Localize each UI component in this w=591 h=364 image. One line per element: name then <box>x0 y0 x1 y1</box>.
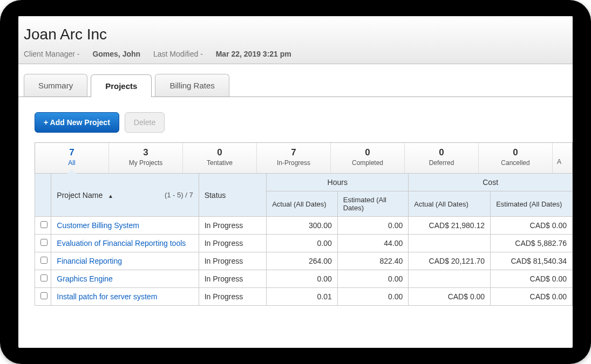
cell-cost-actual <box>409 235 491 252</box>
col-hours-actual[interactable]: Actual (All Dates) <box>267 191 338 217</box>
tab-body: + Add New Project Delete 7 All 3 My Proj… <box>18 97 573 306</box>
add-project-button[interactable]: + Add New Project <box>35 112 119 133</box>
action-row: + Add New Project Delete <box>35 112 573 133</box>
col-group-cost: Cost <box>409 174 573 191</box>
tablet-frame: Joan Arc Inc Client Manager - Gomes, Joh… <box>0 0 591 364</box>
client-manager-label: Client Manager - <box>24 50 80 58</box>
row-checkbox[interactable] <box>40 292 47 299</box>
screen: Joan Arc Inc Client Manager - Gomes, Joh… <box>18 16 573 348</box>
col-label: Project Name <box>57 191 103 200</box>
filter-count: 0 <box>407 147 476 158</box>
filter-overflow[interactable]: A <box>553 143 572 173</box>
table-row: Evaluation of Financial Reporting tools … <box>35 235 573 252</box>
filter-label: My Projects <box>111 159 180 167</box>
cell-cost-est: CAD$ 81,540.34 <box>491 252 573 270</box>
cell-hours-actual: 0.01 <box>267 288 338 306</box>
last-modified-value: Mar 22, 2019 3:21 pm <box>216 50 291 58</box>
project-link[interactable]: Install patch for server system <box>57 292 157 301</box>
cell-hours-actual: 300.00 <box>267 217 338 235</box>
row-checkbox[interactable] <box>40 221 47 228</box>
row-checkbox[interactable] <box>40 239 47 246</box>
filter-deferred[interactable]: 0 Deferred <box>405 143 479 173</box>
filter-tentative[interactable]: 0 Tentative <box>183 143 257 173</box>
cell-hours-est: 822.40 <box>337 252 409 270</box>
sort-asc-icon: ▲ <box>108 193 113 199</box>
cell-cost-est: CAD$ 0.00 <box>491 217 573 235</box>
project-link[interactable]: Customer Billing System <box>57 221 139 230</box>
filter-bar: 7 All 3 My Projects 0 Tentative 7 In-Pro… <box>35 142 573 173</box>
tab-billing-rates[interactable]: Billing Rates <box>155 74 229 97</box>
page-meta: Client Manager - Gomes, John Last Modifi… <box>24 50 567 58</box>
filter-label: Cancelled <box>481 159 550 167</box>
tabs: Summary Projects Billing Rates <box>18 64 573 97</box>
col-group-hours: Hours <box>267 174 409 191</box>
cell-hours-est: 0.00 <box>337 217 409 235</box>
cell-cost-est: CAD$ 0.00 <box>491 270 573 288</box>
filter-my-projects[interactable]: 3 My Projects <box>109 143 183 173</box>
cell-cost-est: CAD$ 5,882.76 <box>491 235 573 252</box>
project-link[interactable]: Evaluation of Financial Reporting tools <box>57 239 186 248</box>
cell-status: In Progress <box>199 270 267 288</box>
cell-hours-actual: 0.00 <box>267 270 338 288</box>
filter-count: 0 <box>185 147 254 158</box>
filter-all[interactable]: 7 All <box>35 143 109 173</box>
filter-count: 0 <box>333 147 402 158</box>
cell-hours-est: 44.00 <box>337 235 409 252</box>
page-title: Joan Arc Inc <box>24 26 567 43</box>
filter-label: All <box>37 159 106 167</box>
filter-label: In-Progress <box>259 159 328 167</box>
filter-label: Completed <box>333 159 402 167</box>
cell-cost-actual: CAD$ 0.00 <box>409 288 491 306</box>
last-modified-label: Last Modified - <box>153 50 203 58</box>
row-checkbox[interactable] <box>40 274 47 281</box>
tab-summary[interactable]: Summary <box>24 74 87 97</box>
client-manager-value: Gomes, John <box>92 50 140 58</box>
project-link[interactable]: Graphics Engine <box>57 274 113 283</box>
filter-label: Tentative <box>185 159 254 167</box>
col-project-name[interactable]: Project Name ▲ (1 - 5) / 7 <box>51 174 199 217</box>
table-row: Graphics Engine In Progress 0.00 0.00 CA… <box>35 270 573 288</box>
cell-hours-est: 0.00 <box>337 288 409 306</box>
filter-count: 7 <box>259 147 328 158</box>
col-cost-actual[interactable]: Actual (All Dates) <box>409 191 491 217</box>
cell-status: In Progress <box>199 217 267 235</box>
col-check <box>35 174 51 217</box>
cell-cost-actual: CAD$ 20,121.70 <box>409 252 491 270</box>
page-header: Joan Arc Inc Client Manager - Gomes, Joh… <box>18 16 573 64</box>
cell-status: In Progress <box>199 252 267 270</box>
filter-count: 7 <box>37 147 106 158</box>
delete-button[interactable]: Delete <box>125 112 165 133</box>
table-row: Financial Reporting In Progress 264.00 8… <box>35 252 573 270</box>
projects-table: Project Name ▲ (1 - 5) / 7 Status Hours … <box>35 173 573 306</box>
cell-hours-actual: 264.00 <box>267 252 338 270</box>
cell-status: In Progress <box>199 288 267 306</box>
filter-label: Deferred <box>407 159 476 167</box>
col-hours-est[interactable]: Estimated (All Dates) <box>337 191 409 217</box>
cell-hours-actual: 0.00 <box>267 235 338 252</box>
table-row: Install patch for server system In Progr… <box>35 288 573 306</box>
filter-count: 3 <box>111 147 180 158</box>
row-checkbox[interactable] <box>40 257 47 264</box>
filter-completed[interactable]: 0 Completed <box>331 143 405 173</box>
tab-projects[interactable]: Projects <box>91 74 152 97</box>
table-row: Customer Billing System In Progress 300.… <box>35 217 573 235</box>
filter-cancelled[interactable]: 0 Cancelled <box>479 143 553 173</box>
filter-count: 0 <box>481 147 550 158</box>
cell-cost-actual <box>409 270 491 288</box>
cell-status: In Progress <box>199 235 267 252</box>
col-status[interactable]: Status <box>199 174 267 217</box>
cell-cost-est: CAD$ 0.00 <box>491 288 573 306</box>
pager: (1 - 5) / 7 <box>165 191 193 199</box>
cell-hours-est: 0.00 <box>337 270 409 288</box>
table-body: Customer Billing System In Progress 300.… <box>35 217 573 306</box>
project-link[interactable]: Financial Reporting <box>57 257 122 265</box>
filter-in-progress[interactable]: 7 In-Progress <box>257 143 331 173</box>
cell-cost-actual: CAD$ 21,980.12 <box>409 217 491 235</box>
col-cost-est[interactable]: Estimated (All Dates) <box>491 191 573 217</box>
